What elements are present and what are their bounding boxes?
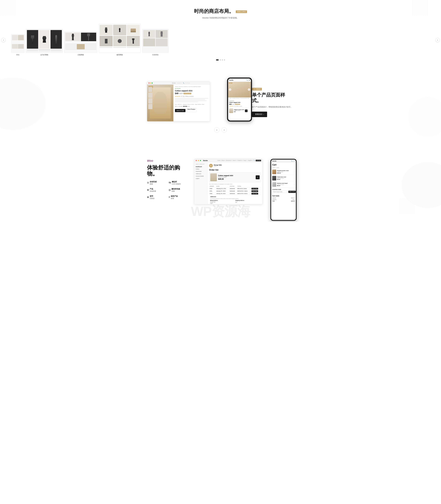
cart-item-1-remove[interactable]: × — [294, 171, 295, 173]
nav-elements[interactable]: Elements ▾ — [226, 160, 232, 161]
feature-3-icon: ⊕ — [147, 189, 149, 191]
product-rating-row: ★★★★ 4.7 (3). Write a review — [175, 95, 208, 97]
dot-pattern-tr — [412, 0, 428, 16]
cart-item-1-image — [272, 170, 276, 174]
coupon-label: COUPON CODE — [272, 189, 295, 190]
mobile-stars: ★★★★ — [229, 105, 233, 107]
feature-5-label: 货币 — [150, 195, 155, 197]
view-order-btn-3[interactable]: View Order — [252, 193, 258, 194]
view-order-btn-2[interactable]: View Order — [252, 190, 258, 192]
mobile-header-icons: 🔍 ☰ — [246, 79, 250, 81]
nav-page7[interactable]: Page 7 — [243, 160, 247, 161]
view-order-btn-1[interactable]: View Order — [252, 188, 258, 190]
order-table-desc: Your order history are displayed in the … — [209, 183, 261, 185]
feature-2-sub: AJAX 购物车 — [172, 183, 181, 185]
shipping-edit-link[interactable]: Edit — [235, 201, 260, 203]
dot-1[interactable] — [216, 59, 219, 60]
cart-item-2: Folded decor vase Lightning & decor $72.… — [271, 175, 296, 181]
nav-breadcrumb: English ▾ 🔍 ⚙ 87100 — [177, 82, 190, 84]
layout-label-4: 经典网格 — [142, 54, 169, 56]
product-sku: SKU: 36H5-07 Category: Polos & Shirts Ta… — [175, 104, 208, 105]
sidebar-item-account[interactable]: Account details — [196, 175, 206, 177]
coupon-section: COUPON CODE Apply Coupon — [271, 188, 296, 194]
cart-search-icon[interactable]: 🔍 — [291, 160, 293, 162]
section2-next-button[interactable]: › — [221, 127, 227, 133]
nav-search-icon[interactable]: 🔍 — [253, 160, 255, 161]
spacer — [175, 103, 208, 104]
feature-1: ⊙ 自动完成 搜索 — [147, 181, 165, 185]
save-product-button[interactable]: Save Product — [186, 108, 196, 112]
cart-item-3-remove[interactable]: × — [294, 184, 295, 185]
sidebar-item-downloads[interactable]: Downloads — [196, 170, 206, 173]
billing-content: George ValisLopes... — [210, 201, 235, 204]
section2-prev-button[interactable]: ‹ — [214, 127, 220, 133]
order-total-2: $200.00 for 1 items — [237, 190, 251, 193]
order-list-title: Order list — [209, 169, 261, 171]
dashboard-body: SHOP / WISHLIST Dashboard Orders Downloa… — [194, 162, 262, 204]
mobile-prev-arrow[interactable]: ‹ — [229, 89, 231, 91]
order-total-3: $280.00 for 3 items — [237, 193, 251, 195]
nav-projects[interactable]: Projects ▾ — [237, 160, 243, 161]
apply-coupon-button[interactable]: Apply Coupon — [288, 191, 296, 193]
cart-item-2-price: $72.00 — [277, 179, 293, 180]
addresses-section: Addresses The following addresses will b… — [209, 195, 261, 204]
sidebar-item-orders[interactable]: Orders — [196, 168, 206, 170]
nav-news[interactable]: News ▾ — [233, 160, 236, 161]
layout-item-1: 走马灯网格 — [25, 28, 63, 57]
nav-home[interactable]: Home — [217, 160, 220, 161]
cart-item-1-info: Stoppeld wooden chain Chairs & stools $1… — [277, 170, 293, 174]
add-to-cart-button[interactable]: Add to Cart — [175, 109, 186, 112]
dot-3[interactable] — [222, 59, 223, 60]
cart-icon[interactable]: 🛒 — [293, 160, 295, 162]
mobile-product-info: IN STOCK Cotton napped shirt $49 $110 8%… — [228, 99, 251, 114]
product-mockup-area: Stockie English ▾ 🔍 ⚙ 87100 — [147, 81, 244, 123]
orders-table-body: #599 February 05, 2019 Delivered $99.00 … — [209, 187, 261, 195]
related-add-btn[interactable]: + — [245, 109, 248, 112]
thumb-1[interactable] — [148, 87, 152, 92]
addresses-desc: The following addresses will be used on … — [210, 198, 260, 199]
thumb-4[interactable] — [148, 104, 152, 109]
mobile-search-icon[interactable]: 🔍 — [246, 79, 248, 81]
nav-brand: Stockie — [172, 82, 176, 84]
thumb-3[interactable] — [148, 98, 152, 104]
col-date: DATE — [216, 185, 229, 187]
nav-shop[interactable]: Shop ▾ — [221, 160, 225, 161]
shipping-label: Shipping — [272, 199, 276, 200]
dot-2[interactable] — [220, 59, 221, 60]
cart-item-2-remove[interactable]: × — [294, 178, 295, 179]
featured-order-product: Cotton napped shirt Polos & Shirts $49.0… — [209, 172, 261, 182]
carousel-prev-button[interactable]: ‹ — [1, 38, 5, 42]
feature-6-row: ≡ 粘性产品 标签 — [169, 195, 186, 200]
sidebar-item-dashboard[interactable]: Dashboard — [196, 165, 206, 168]
mobile-menu-icon[interactable]: ☰ — [249, 79, 250, 81]
carousel-next-button[interactable]: › — [436, 38, 440, 42]
woo-mockups: Stockie Home Shop ▾ Elements ▾ News ▾ Pr… — [194, 159, 294, 211]
thumb-2[interactable] — [148, 93, 152, 98]
user-profile-row: G George Valis Lopes — [209, 164, 261, 167]
dash-breadcrumb: SHOP / WISHLIST — [196, 163, 206, 165]
product-stock-status: IN STOCK — [175, 88, 208, 89]
billing-address-block: Billing Address George ValisLopes... — [210, 200, 235, 204]
sidebar-item-logout[interactable]: Logout — [196, 177, 206, 180]
addresses-title: Addresses — [210, 196, 260, 197]
nav-english[interactable]: English ▾ — [248, 160, 253, 161]
related-product-img — [229, 108, 233, 113]
dot-4[interactable] — [224, 59, 225, 60]
sidebar-item-addresses[interactable]: Addresses — [196, 173, 206, 175]
mobile-stock: IN STOCK — [229, 100, 250, 102]
dashboard-nav: Home Shop ▾ Elements ▾ News ▾ Projects ▾… — [217, 160, 261, 161]
cart-screen: Stockie 🔍 🛒 Cart SHOP > CART — [271, 160, 296, 220]
order-add-button[interactable]: + — [256, 175, 260, 179]
mobile-next-arrow[interactable]: › — [248, 89, 250, 91]
cart-item-3-info: Stainless steel teapot Lightning & decor… — [277, 183, 293, 186]
mobile-badge: 8% discount — [235, 104, 240, 105]
desktop-product-mockup: Stockie English ▾ 🔍 ⚙ 87100 — [147, 81, 210, 121]
mobile-rating-text: 4.7 (3). Write a review — [233, 106, 242, 107]
nav-cart-count[interactable]: 0 87100 — [256, 160, 261, 161]
coupon-code-input[interactable] — [272, 191, 288, 193]
mobile-breadcrumb: SHOP > CHAIRS & STOOLS > COTTON NAPPED S… — [228, 97, 251, 99]
feature-3: ⊕ 产品 快速查看 — [147, 188, 165, 193]
orders-table: ORDER DATE STATUS TOTAL #59 — [209, 185, 261, 195]
demo-button[interactable]: 查看演示 › — [252, 112, 267, 117]
coupon-input-row: Apply Coupon — [272, 191, 295, 193]
